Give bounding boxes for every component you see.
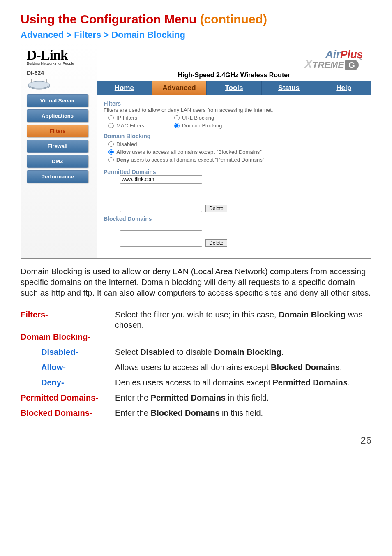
def-db-term: Domain Blocking- xyxy=(21,332,115,342)
def-allow-text: Allows users to access all domains excep… xyxy=(115,362,371,373)
deny-label: Deny users to access all domains except … xyxy=(116,157,264,163)
radio-mac-filters[interactable]: MAC Filters xyxy=(108,123,174,129)
def-disabled: Disabled- Select Disabled to disable Dom… xyxy=(21,347,371,357)
blocked-domains-heading: Blocked Domains xyxy=(104,215,364,222)
x-icon: X xyxy=(304,58,312,70)
page-title: Using the Configuration Menu (continued) xyxy=(21,12,371,26)
blocked-delete-button[interactable]: Delete xyxy=(205,239,227,247)
filters-heading: Filters xyxy=(104,100,364,107)
def-filters: Filters- Select the filter you wish to u… xyxy=(21,310,371,330)
title-continued: (continued) xyxy=(196,12,267,26)
nav-filters[interactable]: Filters xyxy=(27,125,88,137)
def-permitted-term: Permitted Domains- xyxy=(21,393,115,403)
radio-deny-row[interactable]: Deny users to access all domains except … xyxy=(108,157,364,163)
def-allow-term: Allow- xyxy=(21,362,115,373)
domain-blocking-heading: Domain Blocking xyxy=(104,133,364,139)
blocked-domain-input[interactable] xyxy=(120,222,202,230)
def-allow: Allow- Allows users to access all domain… xyxy=(21,362,371,373)
model-number: DI-624 xyxy=(27,70,91,76)
radio-domain-blocking[interactable]: Domain Blocking xyxy=(174,123,256,129)
nav-applications[interactable]: Applications xyxy=(27,109,88,122)
breadcrumb: Advanced > Filters > Domain Blocking xyxy=(21,30,371,40)
tab-help[interactable]: Help xyxy=(316,81,371,95)
page-number: 26 xyxy=(21,435,371,446)
permitted-domains-heading: Permitted Domains xyxy=(104,169,364,175)
def-filters-text: Select the filter you wish to use; in th… xyxy=(115,310,371,330)
def-disabled-term: Disabled- xyxy=(21,347,115,357)
nav-performance[interactable]: Performance xyxy=(27,170,88,183)
disabled-label: Disabled xyxy=(116,141,137,147)
tab-bar: Home Advanced Tools Status Help xyxy=(97,81,371,95)
tab-status[interactable]: Status xyxy=(262,81,317,95)
tab-home[interactable]: Home xyxy=(97,81,152,95)
permitted-delete-button[interactable]: Delete xyxy=(205,205,227,212)
def-domain-blocking: Domain Blocking- xyxy=(21,332,371,342)
def-db-text xyxy=(115,332,371,342)
def-deny: Deny- Denies users access to all domains… xyxy=(21,378,371,388)
radio-url-blocking[interactable]: URL Blocking xyxy=(174,115,256,121)
mac-filters-label: MAC Filters xyxy=(116,123,144,129)
def-disabled-text: Select Disabled to disable Domain Blocki… xyxy=(115,347,371,357)
content-area: AirPlus XTREMEG™ High-Speed 2.4GHz Wirel… xyxy=(97,43,371,258)
radio-allow-row[interactable]: Allow users to access all domains except… xyxy=(108,149,364,155)
def-filters-term: Filters- xyxy=(21,310,115,330)
nav-virtual-server[interactable]: Virtual Server xyxy=(27,94,88,107)
product-subname: XTREMEG™ xyxy=(105,58,363,71)
def-deny-term: Deny- xyxy=(21,378,115,388)
def-blocked-text: Enter the Blocked Domains in this field. xyxy=(115,408,371,418)
def-blocked-term: Blocked Domains- xyxy=(21,408,115,418)
domain-blocking-label: Domain Blocking xyxy=(182,123,222,129)
router-icon xyxy=(27,79,91,91)
ip-filters-label: IP Filters xyxy=(116,115,137,121)
filters-description: Filters are used to allow or deny LAN us… xyxy=(104,107,364,113)
def-deny-text: Denies users access to all domains excep… xyxy=(115,378,371,388)
def-permitted: Permitted Domains- Enter the Permitted D… xyxy=(21,393,371,403)
product-header: AirPlus XTREMEG™ xyxy=(97,43,371,72)
allow-label: Allow users to access all domains except… xyxy=(116,149,262,155)
svg-point-1 xyxy=(28,81,50,88)
title-main: Using the Configuration Menu xyxy=(21,12,196,26)
brand-logo: D-Link xyxy=(27,47,91,63)
radio-disabled-row[interactable]: Disabled xyxy=(108,141,364,147)
url-blocking-label: URL Blocking xyxy=(182,115,214,121)
filter-type-radios: IP Filters URL Blocking MAC Filters Doma… xyxy=(108,115,364,129)
treme-text: TREME xyxy=(312,60,344,70)
sidebar: D-Link Building Networks for People DI-6… xyxy=(21,43,97,258)
def-permitted-text: Enter the Permitted Domains in this fiel… xyxy=(115,393,371,403)
description-paragraph: Domain Blocking is used to allow or deny… xyxy=(21,266,371,298)
tab-tools[interactable]: Tools xyxy=(207,81,262,95)
blocked-domains-list[interactable] xyxy=(120,230,202,247)
product-tagline: High-Speed 2.4GHz Wireless Router xyxy=(97,72,371,79)
permitted-domain-input[interactable] xyxy=(120,175,202,183)
brand-tagline: Building Networks for People xyxy=(27,61,91,65)
g-badge: G xyxy=(345,60,359,70)
tab-advanced[interactable]: Advanced xyxy=(152,81,207,95)
router-config-screenshot: D-Link Building Networks for People DI-6… xyxy=(21,43,371,259)
nav-dmz[interactable]: DMZ xyxy=(27,155,88,168)
radio-ip-filters[interactable]: IP Filters xyxy=(108,115,174,121)
panel-body: Filters Filters are used to allow or den… xyxy=(97,95,371,258)
nav-firewall[interactable]: Firewall xyxy=(27,140,88,153)
def-blocked: Blocked Domains- Enter the Blocked Domai… xyxy=(21,408,371,418)
tm-text: ™ xyxy=(359,58,363,62)
permitted-domains-list[interactable] xyxy=(120,183,202,212)
